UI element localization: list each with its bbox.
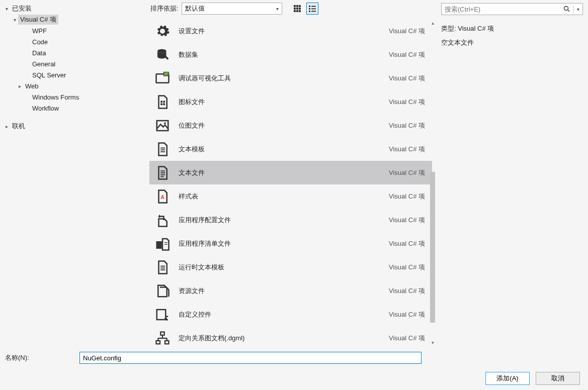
- template-item[interactable]: 位图文件Visual C# 项: [149, 114, 432, 137]
- template-icon: C#: [154, 70, 171, 86]
- sort-label: 排序依据:: [150, 4, 179, 13]
- tree-label: Data: [30, 49, 48, 57]
- svg-rect-21: [160, 103, 162, 105]
- arrow-down-icon: ▾: [11, 16, 18, 23]
- type-value: Visual C# 项: [458, 25, 494, 32]
- template-icon: [154, 307, 171, 323]
- svg-rect-41: [160, 332, 164, 335]
- template-item[interactable]: 资源文件Visual C# 项: [149, 279, 432, 303]
- tree-node-code[interactable]: ▸ Code: [2, 36, 145, 47]
- svg-rect-9: [309, 6, 310, 7]
- svg-text:C#: C#: [164, 72, 169, 75]
- search-box[interactable]: ▾: [441, 3, 583, 15]
- svg-rect-22: [163, 103, 165, 105]
- template-item[interactable]: 自定义控件Visual C# 项: [149, 303, 432, 326]
- template-icon: [154, 47, 171, 63]
- svg-rect-13: [309, 11, 310, 12]
- template-item[interactable]: 文本模板Visual C# 项: [149, 137, 432, 161]
- tree-node-web[interactable]: ▸ Web: [2, 80, 145, 91]
- svg-rect-40: [165, 316, 168, 317]
- tree-label: Windows Forms: [30, 93, 81, 102]
- tree-label: Visual C# 项: [18, 15, 58, 25]
- template-list: 设置文件Visual C# 项数据集Visual C# 项C#调试器可视化工具V…: [147, 17, 436, 348]
- tree-node-wpf[interactable]: ▸ WPF: [2, 25, 145, 36]
- template-item[interactable]: 运行时文本模板Visual C# 项: [149, 255, 432, 279]
- tree-node-installed[interactable]: ▾ 已安装: [2, 3, 145, 14]
- separator: [573, 5, 574, 13]
- tree-node-sqlserver[interactable]: ▸ SQL Server: [2, 69, 145, 80]
- scroll-down-icon[interactable]: ▾: [429, 339, 436, 346]
- template-icon: [154, 141, 171, 157]
- dropdown-icon[interactable]: ▾: [576, 7, 580, 12]
- svg-rect-2: [299, 5, 301, 7]
- bottom-bar: 名称(N): 添加(A) 取消: [0, 348, 588, 390]
- template-category: Visual C# 项: [389, 121, 425, 130]
- add-button[interactable]: 添加(A): [485, 372, 530, 385]
- template-category: Visual C# 项: [389, 168, 425, 177]
- search-icon[interactable]: [562, 6, 571, 13]
- tree-label: WPF: [30, 27, 49, 35]
- template-category: Visual C# 项: [389, 286, 425, 296]
- svg-point-15: [157, 49, 166, 53]
- svg-text:A: A: [160, 194, 164, 200]
- scroll-thumb[interactable]: [430, 172, 435, 323]
- tree-node-data[interactable]: ▸ Data: [2, 47, 145, 58]
- svg-rect-14: [311, 11, 316, 12]
- svg-rect-7: [296, 10, 298, 12]
- info-panel: ▾ 类型: Visual C# 项 空文本文件: [436, 0, 588, 348]
- tree-label: Web: [23, 82, 41, 90]
- template-item[interactable]: C#调试器可视化工具Visual C# 项: [149, 66, 432, 90]
- template-item[interactable]: 文本文件Visual C# 项: [149, 161, 432, 184]
- template-name: 应用程序清单文件: [179, 239, 389, 248]
- search-input[interactable]: [445, 6, 562, 13]
- name-input[interactable]: [79, 352, 422, 364]
- svg-rect-42: [156, 341, 160, 344]
- scroll-up-icon[interactable]: ▴: [429, 19, 436, 26]
- svg-point-24: [164, 122, 166, 124]
- tree-node-online[interactable]: ▸ 联机: [2, 121, 145, 132]
- template-item[interactable]: 数据集Visual C# 项: [149, 43, 432, 66]
- template-icon: [154, 283, 171, 299]
- view-small-icons-button[interactable]: [291, 3, 303, 15]
- arrow-right-icon: ▸: [3, 123, 10, 130]
- template-category: Visual C# 项: [389, 192, 425, 201]
- template-name: 设置文件: [179, 27, 389, 36]
- template-category: Visual C# 项: [389, 334, 425, 343]
- svg-rect-8: [299, 10, 301, 12]
- sort-dropdown[interactable]: 默认值 ▾: [182, 3, 282, 15]
- template-item[interactable]: 定向关系图文档(.dgml)Visual C# 项: [149, 326, 432, 348]
- svg-line-49: [568, 10, 570, 12]
- template-item[interactable]: 设置文件Visual C# 项: [149, 19, 432, 43]
- tree-node-winforms[interactable]: ▸ Windows Forms: [2, 91, 145, 103]
- template-category: Visual C# 项: [389, 27, 425, 36]
- template-item[interactable]: 应用程序清单文件Visual C# 项: [149, 232, 432, 255]
- cancel-button[interactable]: 取消: [536, 372, 580, 385]
- info-description: 空文本文件: [441, 38, 583, 47]
- template-name: 数据集: [179, 50, 389, 59]
- svg-rect-0: [294, 5, 296, 7]
- template-item[interactable]: 应用程序配置文件Visual C# 项: [149, 208, 432, 232]
- view-details-button[interactable]: [306, 3, 318, 15]
- template-category: Visual C# 项: [389, 74, 425, 83]
- template-item[interactable]: 图标文件Visual C# 项: [149, 90, 432, 114]
- scrollbar[interactable]: ▴ ▾: [429, 19, 436, 346]
- template-category: Visual C# 项: [389, 98, 425, 107]
- svg-rect-6: [294, 10, 296, 12]
- svg-rect-20: [163, 101, 165, 103]
- template-item[interactable]: A样式表Visual C# 项: [149, 184, 432, 208]
- tree-label: General: [30, 60, 57, 68]
- template-icon: [154, 165, 171, 181]
- tree-node-workflow[interactable]: ▸ Workflow: [2, 103, 145, 114]
- template-category: Visual C# 项: [389, 216, 425, 225]
- template-name: 样式表: [179, 192, 389, 201]
- tree-label: SQL Server: [30, 71, 68, 79]
- svg-rect-19: [160, 101, 162, 103]
- template-name: 图标文件: [179, 98, 389, 107]
- tree-node-visual-csharp[interactable]: ▾ Visual C# 项: [2, 14, 145, 25]
- template-name: 定向关系图文档(.dgml): [179, 334, 389, 343]
- tree-node-general[interactable]: ▸ General: [2, 58, 145, 69]
- svg-rect-12: [311, 9, 316, 10]
- svg-rect-33: [156, 241, 162, 249]
- template-category: Visual C# 项: [389, 263, 425, 272]
- svg-rect-4: [296, 8, 298, 10]
